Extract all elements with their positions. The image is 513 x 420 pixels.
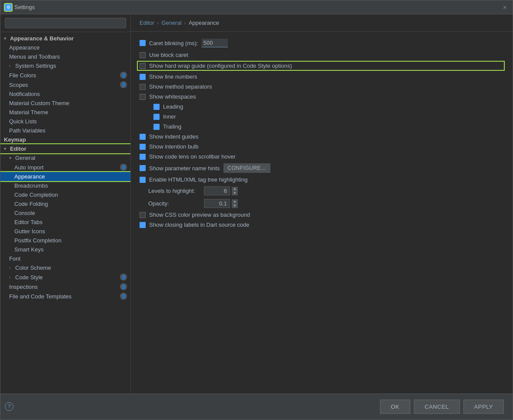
show-line-numbers-label: Show line numbers: [149, 73, 197, 80]
show-intention-bulb-row: Show intention bulb: [140, 143, 504, 150]
cancel-button[interactable]: CANCEL: [414, 400, 460, 414]
sidebar-item-editor-tabs[interactable]: Editor Tabs: [0, 218, 130, 227]
opacity-label: Opacity:: [148, 200, 200, 207]
sidebar-item-auto-import[interactable]: Auto Import 👤: [0, 162, 130, 172]
leading-label: Leading: [163, 103, 183, 110]
sidebar-item-code-completion[interactable]: Code Completion: [0, 190, 130, 199]
sidebar-item-inspections[interactable]: Inspections 👤: [0, 282, 130, 291]
show-hard-wrap-row: Show hard wrap guide (configured in Code…: [138, 62, 504, 70]
show-parameter-hints-label: Show parameter name hints: [149, 165, 220, 172]
sidebar-item-font[interactable]: Font: [0, 254, 130, 263]
sidebar-item-system-settings[interactable]: › System Settings: [0, 61, 130, 70]
title-bar: ⚙ Settings ×: [0, 0, 513, 14]
sidebar-item-gutter-icons[interactable]: Gutter Icons: [0, 227, 130, 236]
sidebar-item-appearance-behavior[interactable]: ▾ Appearance & Behavior: [0, 34, 130, 43]
show-code-lens-row: Show code lens on scrollbar hover: [140, 153, 504, 160]
sidebar-item-keymap[interactable]: Keymap: [0, 135, 130, 144]
settings-dialog: ⚙ Settings × ▾ Appearance & Behavior App…: [0, 0, 513, 420]
opacity-spin-down[interactable]: ▼: [232, 204, 238, 208]
help-button[interactable]: ?: [5, 402, 13, 411]
sidebar-item-editor[interactable]: ▾ Editor: [0, 144, 130, 153]
close-button[interactable]: ×: [501, 4, 508, 11]
show-hard-wrap-label: Show hard wrap guide (configured in Code…: [149, 63, 292, 69]
sidebar-item-breadcrumbs[interactable]: Breadcrumbs: [0, 181, 130, 190]
trailing-row: Trailing: [140, 123, 504, 130]
sidebar-item-appearance[interactable]: Appearance: [0, 43, 130, 52]
chevron-down-icon: ▾: [9, 155, 13, 160]
chevron-right-icon: ›: [9, 265, 13, 270]
ok-button[interactable]: OK: [380, 400, 410, 414]
levels-input[interactable]: [204, 186, 230, 195]
search-input[interactable]: [5, 18, 126, 28]
inner-row: Inner: [140, 113, 504, 120]
show-css-color-checkbox[interactable]: [140, 212, 146, 218]
blue-indicator: [140, 222, 146, 228]
opacity-spin-up[interactable]: ▲: [232, 199, 238, 204]
sidebar-item-material-theme[interactable]: Material Theme: [0, 108, 130, 117]
show-closing-labels-row: Show closing labels in Dart source code: [140, 222, 504, 228]
sidebar-item-general[interactable]: ▾ General: [0, 153, 130, 162]
show-intention-bulb-label: Show intention bulb: [149, 143, 198, 150]
avatar-icon: 👤: [120, 274, 127, 281]
levels-input-group: ▲ ▼: [204, 186, 238, 195]
chevron-right-icon: ›: [9, 63, 13, 68]
sidebar-item-appearance-sub[interactable]: Appearance: [0, 172, 130, 181]
right-panel: Editor › General › Appearance Caret blin…: [131, 14, 513, 394]
sidebar-item-code-style[interactable]: › Code Style 👤: [0, 272, 130, 282]
chevron-down-icon: ▾: [4, 146, 8, 151]
use-block-caret-label: Use block caret: [149, 52, 188, 58]
blue-indicator: [140, 134, 146, 140]
inner-label: Inner: [163, 113, 176, 120]
show-indent-guides-row: Show indent guides: [140, 133, 504, 140]
sidebar-item-menus-toolbars[interactable]: Menus and Toolbars: [0, 52, 130, 61]
sidebar-item-scopes[interactable]: Scopes 👤: [0, 80, 130, 89]
sidebar-item-material-custom[interactable]: Material Custom Theme: [0, 99, 130, 108]
apply-button[interactable]: APPLY: [463, 400, 504, 414]
blue-indicator: [140, 74, 146, 80]
settings-content: Caret blinking (ms): Use block caret Sho…: [131, 32, 513, 394]
configure-button[interactable]: CONFIGURE...: [223, 163, 270, 173]
levels-spin-up[interactable]: ▲: [232, 187, 238, 191]
show-hard-wrap-checkbox[interactable]: [140, 63, 146, 69]
enable-html-row: Enable HTML/XML tag tree highlighting: [140, 176, 504, 183]
caret-blinking-input[interactable]: [202, 39, 228, 47]
sidebar-item-postfix-completion[interactable]: Postfix Completion: [0, 236, 130, 245]
levels-label: Levels to highlight:: [148, 188, 200, 194]
show-method-separators-checkbox[interactable]: [140, 84, 146, 90]
show-whitespaces-checkbox[interactable]: [140, 94, 146, 100]
show-css-color-label: Show CSS color preview as background: [149, 212, 250, 218]
show-code-lens-label: Show code lens on scrollbar hover: [149, 153, 236, 160]
sidebar-item-file-colors[interactable]: File Colors 👤: [0, 70, 130, 80]
caret-blinking-row: Caret blinking (ms):: [140, 39, 504, 47]
dialog-title: Settings: [14, 4, 35, 10]
show-css-color-row: Show CSS color preview as background: [140, 212, 504, 218]
opacity-input[interactable]: [204, 199, 230, 208]
use-block-caret-row: Use block caret: [140, 52, 504, 58]
sidebar-item-smart-keys[interactable]: Smart Keys: [0, 245, 130, 254]
show-parameter-hints-row: Show parameter name hints CONFIGURE...: [140, 163, 504, 173]
show-closing-labels-label: Show closing labels in Dart source code: [149, 222, 250, 228]
sidebar-item-file-code-templates[interactable]: File and Code Templates 👤: [0, 291, 130, 301]
sidebar-item-code-folding[interactable]: Code Folding: [0, 199, 130, 208]
sidebar-item-notifications[interactable]: Notifications: [0, 89, 130, 99]
show-line-numbers-row: Show line numbers: [140, 73, 504, 80]
avatar-icon: 👤: [120, 293, 127, 300]
blue-indicator: [140, 165, 146, 171]
sidebar-tree: ▾ Appearance & Behavior Appearance Menus…: [0, 32, 130, 394]
avatar-icon: 👤: [120, 164, 127, 171]
sidebar-item-path-variables[interactable]: Path Variables: [0, 126, 130, 135]
sidebar-item-quick-lists[interactable]: Quick Lists: [0, 117, 130, 126]
sidebar-item-console[interactable]: Console: [0, 208, 130, 218]
opacity-row: Opacity: ▲ ▼: [140, 199, 504, 208]
blue-indicator: [153, 104, 160, 110]
opacity-input-group: ▲ ▼: [204, 199, 238, 208]
opacity-spin-buttons: ▲ ▼: [232, 199, 238, 208]
settings-icon: ⚙: [5, 4, 12, 11]
trailing-label: Trailing: [163, 123, 181, 130]
show-whitespaces-label: Show whitespaces: [149, 93, 196, 100]
sidebar-item-color-scheme[interactable]: › Color Scheme: [0, 263, 130, 272]
levels-spin-down[interactable]: ▼: [232, 191, 238, 195]
show-method-separators-label: Show method separators: [149, 83, 212, 90]
search-bar: [0, 14, 130, 32]
use-block-caret-checkbox[interactable]: [140, 52, 146, 58]
